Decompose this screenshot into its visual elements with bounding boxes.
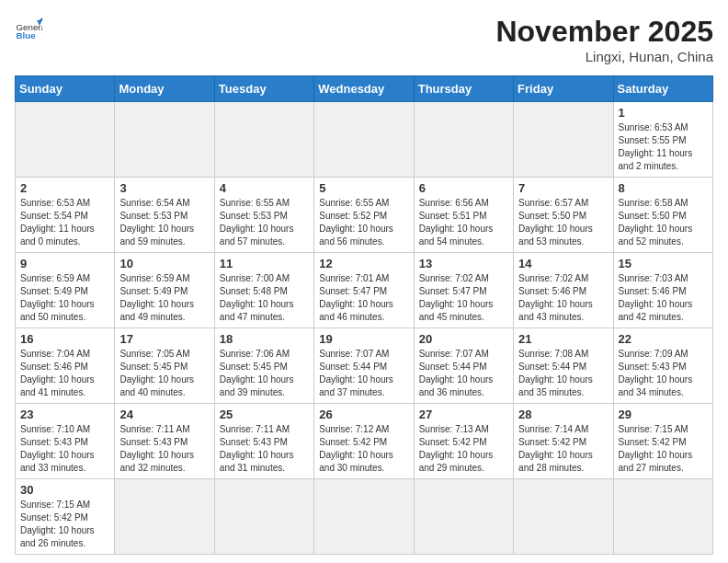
day-number: 27	[419, 408, 508, 421]
day-cell	[214, 479, 313, 555]
day-number: 25	[220, 408, 309, 421]
day-info: Sunrise: 6:53 AMSunset: 5:54 PMDaylight:…	[20, 197, 109, 248]
location: Lingxi, Hunan, China	[495, 49, 713, 64]
day-info: Sunrise: 7:14 AMSunset: 5:42 PMDaylight:…	[518, 423, 608, 475]
day-cell: 12Sunrise: 7:01 AMSunset: 5:47 PMDayligh…	[314, 253, 414, 328]
calendar: SundayMondayTuesdayWednesdayThursdayFrid…	[15, 75, 713, 555]
day-cell: 11Sunrise: 7:00 AMSunset: 5:48 PMDayligh…	[214, 253, 313, 328]
day-cell: 7Sunrise: 6:57 AMSunset: 5:50 PMDaylight…	[514, 178, 613, 253]
day-number: 6	[419, 181, 508, 195]
day-number: 7	[518, 181, 608, 195]
day-cell: 8Sunrise: 6:58 AMSunset: 5:50 PMDaylight…	[613, 178, 712, 253]
logo-icon: General Blue	[15, 15, 42, 42]
weekday-saturday: Saturday	[613, 76, 712, 102]
day-cell	[115, 102, 214, 178]
day-cell: 24Sunrise: 7:11 AMSunset: 5:43 PMDayligh…	[115, 404, 214, 479]
day-cell: 17Sunrise: 7:05 AMSunset: 5:45 PMDayligh…	[115, 328, 214, 404]
day-number: 30	[20, 483, 109, 497]
weekday-monday: Monday	[115, 76, 214, 102]
day-cell: 25Sunrise: 7:11 AMSunset: 5:43 PMDayligh…	[214, 404, 313, 479]
svg-text:Blue: Blue	[17, 30, 37, 40]
week-row-1: 1Sunrise: 6:53 AMSunset: 5:55 PMDaylight…	[16, 102, 713, 178]
day-info: Sunrise: 6:54 AMSunset: 5:53 PMDaylight:…	[119, 197, 209, 248]
day-cell: 15Sunrise: 7:03 AMSunset: 5:46 PMDayligh…	[613, 253, 712, 328]
day-info: Sunrise: 6:55 AMSunset: 5:52 PMDaylight:…	[319, 197, 408, 248]
day-cell	[16, 102, 115, 178]
day-number: 4	[220, 181, 309, 195]
day-number: 2	[20, 181, 109, 195]
day-cell	[613, 479, 712, 555]
svg-marker-3	[40, 17, 42, 20]
weekday-sunday: Sunday	[16, 76, 115, 102]
day-info: Sunrise: 7:10 AMSunset: 5:43 PMDaylight:…	[20, 423, 109, 475]
day-cell: 29Sunrise: 7:15 AMSunset: 5:42 PMDayligh…	[613, 404, 712, 479]
day-cell	[514, 479, 613, 555]
day-cell	[115, 479, 214, 555]
day-info: Sunrise: 7:02 AMSunset: 5:46 PMDaylight:…	[518, 272, 608, 324]
day-cell: 18Sunrise: 7:06 AMSunset: 5:45 PMDayligh…	[214, 328, 313, 404]
weekday-tuesday: Tuesday	[214, 76, 313, 102]
day-info: Sunrise: 7:11 AMSunset: 5:43 PMDaylight:…	[119, 423, 209, 475]
day-cell: 9Sunrise: 6:59 AMSunset: 5:49 PMDaylight…	[16, 253, 115, 328]
day-number: 9	[20, 257, 109, 270]
day-info: Sunrise: 7:04 AMSunset: 5:46 PMDaylight:…	[20, 348, 109, 399]
day-info: Sunrise: 6:58 AMSunset: 5:50 PMDaylight:…	[619, 197, 708, 248]
day-cell: 13Sunrise: 7:02 AMSunset: 5:47 PMDayligh…	[414, 253, 513, 328]
day-number: 12	[319, 257, 408, 270]
day-number: 14	[518, 257, 608, 270]
day-info: Sunrise: 7:15 AMSunset: 5:42 PMDaylight:…	[20, 499, 109, 550]
day-info: Sunrise: 6:59 AMSunset: 5:49 PMDaylight:…	[119, 272, 209, 324]
day-cell	[414, 479, 513, 555]
day-number: 3	[119, 181, 209, 195]
week-row-2: 2Sunrise: 6:53 AMSunset: 5:54 PMDaylight…	[16, 178, 713, 253]
day-number: 20	[419, 332, 508, 346]
day-number: 28	[518, 408, 608, 421]
day-cell: 3Sunrise: 6:54 AMSunset: 5:53 PMDaylight…	[115, 178, 214, 253]
day-cell: 20Sunrise: 7:07 AMSunset: 5:44 PMDayligh…	[414, 328, 513, 404]
day-info: Sunrise: 7:13 AMSunset: 5:42 PMDaylight:…	[419, 423, 508, 475]
weekday-header-row: SundayMondayTuesdayWednesdayThursdayFrid…	[16, 76, 713, 102]
day-number: 26	[319, 408, 408, 421]
day-info: Sunrise: 7:09 AMSunset: 5:43 PMDaylight:…	[619, 348, 708, 399]
day-cell: 2Sunrise: 6:53 AMSunset: 5:54 PMDaylight…	[16, 178, 115, 253]
page-header: General Blue November 2025 Lingxi, Hunan…	[15, 15, 713, 64]
day-number: 21	[518, 332, 608, 346]
day-info: Sunrise: 7:06 AMSunset: 5:45 PMDaylight:…	[220, 348, 309, 399]
calendar-body: 1Sunrise: 6:53 AMSunset: 5:55 PMDaylight…	[16, 102, 713, 555]
day-cell: 30Sunrise: 7:15 AMSunset: 5:42 PMDayligh…	[16, 479, 115, 555]
day-info: Sunrise: 7:08 AMSunset: 5:44 PMDaylight:…	[518, 348, 608, 399]
day-cell: 16Sunrise: 7:04 AMSunset: 5:46 PMDayligh…	[16, 328, 115, 404]
day-number: 24	[119, 408, 209, 421]
day-info: Sunrise: 7:05 AMSunset: 5:45 PMDaylight:…	[119, 348, 209, 399]
day-cell: 1Sunrise: 6:53 AMSunset: 5:55 PMDaylight…	[613, 102, 712, 178]
day-cell	[414, 102, 513, 178]
day-cell: 6Sunrise: 6:56 AMSunset: 5:51 PMDaylight…	[414, 178, 513, 253]
day-info: Sunrise: 6:59 AMSunset: 5:49 PMDaylight:…	[20, 272, 109, 324]
day-cell: 5Sunrise: 6:55 AMSunset: 5:52 PMDaylight…	[314, 178, 414, 253]
week-row-3: 9Sunrise: 6:59 AMSunset: 5:49 PMDaylight…	[16, 253, 713, 328]
day-cell	[214, 102, 313, 178]
day-info: Sunrise: 6:53 AMSunset: 5:55 PMDaylight:…	[619, 121, 708, 173]
day-number: 8	[619, 181, 708, 195]
day-number: 16	[20, 332, 109, 346]
logo: General Blue	[15, 15, 46, 42]
day-cell: 23Sunrise: 7:10 AMSunset: 5:43 PMDayligh…	[16, 404, 115, 479]
day-cell	[314, 102, 414, 178]
day-number: 10	[119, 257, 209, 270]
day-info: Sunrise: 7:07 AMSunset: 5:44 PMDaylight:…	[419, 348, 508, 399]
weekday-friday: Friday	[514, 76, 613, 102]
day-info: Sunrise: 7:12 AMSunset: 5:42 PMDaylight:…	[319, 423, 408, 475]
day-cell: 22Sunrise: 7:09 AMSunset: 5:43 PMDayligh…	[613, 328, 712, 404]
title-block: November 2025 Lingxi, Hunan, China	[495, 15, 713, 64]
week-row-6: 30Sunrise: 7:15 AMSunset: 5:42 PMDayligh…	[16, 479, 713, 555]
day-cell: 4Sunrise: 6:55 AMSunset: 5:53 PMDaylight…	[214, 178, 313, 253]
day-info: Sunrise: 6:55 AMSunset: 5:53 PMDaylight:…	[220, 197, 309, 248]
day-number: 13	[419, 257, 508, 270]
day-number: 23	[20, 408, 109, 421]
weekday-thursday: Thursday	[414, 76, 513, 102]
day-number: 11	[220, 257, 309, 270]
day-number: 1	[619, 106, 708, 120]
week-row-5: 23Sunrise: 7:10 AMSunset: 5:43 PMDayligh…	[16, 404, 713, 479]
day-cell: 28Sunrise: 7:14 AMSunset: 5:42 PMDayligh…	[514, 404, 613, 479]
day-info: Sunrise: 7:00 AMSunset: 5:48 PMDaylight:…	[220, 272, 309, 324]
